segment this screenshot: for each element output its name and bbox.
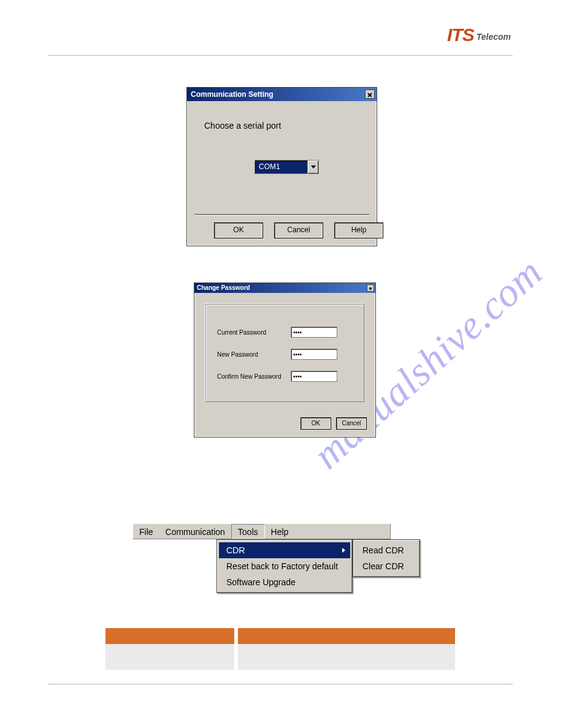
dialog-separator [194, 214, 369, 215]
confirm-password-label: Confirm New Password [217, 373, 291, 380]
chevron-right-icon [342, 548, 345, 553]
dialog-title: Change Password [197, 284, 250, 291]
footer-rule [48, 684, 513, 684]
ok-button[interactable]: OK [301, 417, 331, 430]
menu-help[interactable]: Help [265, 524, 295, 539]
menu-item-label: Reset back to Factory default [226, 561, 338, 571]
instruction-label: Choose a serial port [204, 121, 281, 131]
menu-tools[interactable]: Tools [231, 524, 265, 539]
cancel-button[interactable]: Cancel [336, 417, 367, 430]
dialog-title-bar[interactable]: Communication Setting [187, 88, 377, 101]
menu-item-software-upgrade[interactable]: Software Upgrade [219, 574, 350, 590]
menu-item-label: Software Upgrade [226, 577, 296, 587]
confirm-password-input[interactable] [291, 371, 337, 382]
menu-item-reset-factory[interactable]: Reset back to Factory default [219, 558, 350, 574]
ok-button[interactable]: OK [214, 222, 263, 238]
table-body-cell [105, 644, 234, 670]
menu-file[interactable]: File [133, 524, 159, 539]
menu-screenshot: File Communication Tools Help CDR Reset … [132, 523, 391, 539]
serial-port-select[interactable]: COM1 [255, 160, 319, 174]
dialog-title-bar[interactable]: Change Password [194, 283, 375, 293]
close-icon[interactable] [367, 284, 374, 292]
new-password-label: New Password [217, 351, 291, 358]
close-icon[interactable] [365, 89, 375, 99]
menu-item-cdr[interactable]: CDR [219, 542, 350, 558]
table-header-cell [238, 628, 455, 644]
current-password-label: Current Password [217, 329, 291, 336]
table-placeholder [105, 628, 455, 670]
tools-dropdown: CDR Reset back to Factory default Softwa… [216, 539, 353, 593]
menu-item-label: CDR [226, 545, 245, 555]
menu-communication[interactable]: Communication [159, 524, 231, 539]
menu-item-label: Read CDR [362, 545, 404, 555]
header-rule [48, 55, 513, 56]
new-password-input[interactable] [291, 349, 337, 360]
cdr-submenu: Read CDR Clear CDR [353, 539, 420, 577]
cancel-button[interactable]: Cancel [274, 222, 323, 238]
table-header-cell [105, 628, 234, 644]
menu-item-read-cdr[interactable]: Read CDR [355, 542, 418, 558]
menu-item-clear-cdr[interactable]: Clear CDR [355, 558, 418, 574]
help-button[interactable]: Help [334, 222, 383, 238]
logo-sub-text: Telecom [477, 32, 511, 41]
brand-logo: ITS Telecom [447, 26, 511, 44]
password-group: Current Password New Password Confirm Ne… [205, 304, 364, 402]
menu-item-label: Clear CDR [362, 561, 404, 571]
current-password-input[interactable] [291, 327, 337, 338]
chevron-down-icon[interactable] [307, 160, 319, 174]
dialog-title: Communication Setting [191, 90, 274, 99]
serial-port-value: COM1 [255, 160, 307, 174]
logo-main-text: ITS [447, 26, 474, 44]
table-body-cell [238, 644, 455, 670]
menubar: File Communication Tools Help [132, 523, 391, 539]
change-password-dialog: Change Password Current Password New Pas… [194, 282, 376, 438]
communication-setting-dialog: Communication Setting Choose a serial po… [186, 87, 377, 246]
